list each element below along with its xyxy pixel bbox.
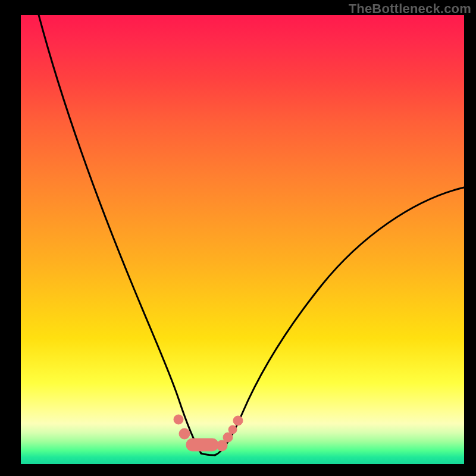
- svg-point-1: [179, 428, 190, 439]
- curve-valley: [201, 453, 215, 455]
- svg-point-0: [174, 415, 183, 424]
- svg-point-4: [223, 433, 233, 442]
- svg-point-3: [217, 440, 227, 451]
- curve-right-branch: [215, 187, 464, 455]
- watermark-text: TheBottleneck.com: [349, 1, 471, 17]
- svg-rect-2: [186, 439, 218, 451]
- svg-point-5: [228, 425, 237, 434]
- chart-svg: [21, 15, 464, 464]
- curve-left-branch: [39, 15, 201, 453]
- marker-cluster: [174, 415, 243, 451]
- svg-point-6: [233, 416, 243, 425]
- plot-area: [21, 15, 464, 464]
- chart-frame: TheBottleneck.com: [0, 0, 476, 476]
